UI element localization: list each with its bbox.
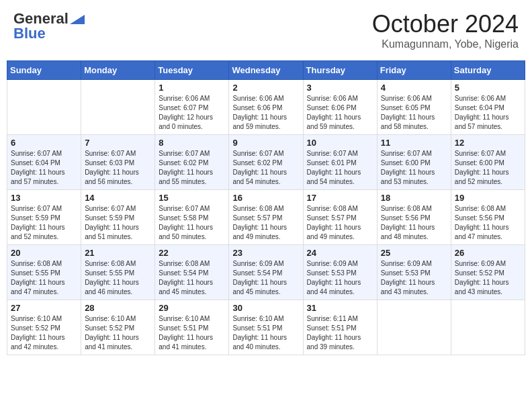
cell-info: Sunrise: 6:06 AM Sunset: 6:06 PM Dayligh… [232,94,299,132]
logo-icon [70,15,85,24]
calendar-cell: 6Sunrise: 6:07 AM Sunset: 6:04 PM Daylig… [7,135,81,190]
day-number: 26 [455,248,521,258]
cell-info: Sunrise: 6:10 AM Sunset: 5:51 PM Dayligh… [159,314,225,352]
calendar-cell: 12Sunrise: 6:07 AM Sunset: 6:00 PM Dayli… [451,135,525,190]
cell-info: Sunrise: 6:06 AM Sunset: 6:06 PM Dayligh… [307,94,373,132]
calendar-week-row: 27Sunrise: 6:10 AM Sunset: 5:52 PM Dayli… [7,300,525,355]
calendar-cell [7,80,81,135]
cell-info: Sunrise: 6:09 AM Sunset: 5:53 PM Dayligh… [381,259,447,297]
day-number: 14 [85,193,151,203]
day-number: 30 [232,303,299,313]
calendar-cell: 25Sunrise: 6:09 AM Sunset: 5:53 PM Dayli… [377,245,451,300]
day-number: 9 [232,138,299,148]
day-number: 21 [85,248,151,258]
calendar-cell: 19Sunrise: 6:08 AM Sunset: 5:56 PM Dayli… [451,190,525,245]
calendar-week-row: 6Sunrise: 6:07 AM Sunset: 6:04 PM Daylig… [7,135,525,190]
cell-info: Sunrise: 6:07 AM Sunset: 6:02 PM Dayligh… [232,149,299,187]
svg-marker-0 [70,15,85,24]
calendar-cell: 16Sunrise: 6:08 AM Sunset: 5:57 PM Dayli… [229,190,303,245]
day-number: 23 [232,248,299,258]
cell-info: Sunrise: 6:07 AM Sunset: 5:58 PM Dayligh… [159,204,225,242]
day-number: 3 [307,83,373,93]
cell-info: Sunrise: 6:10 AM Sunset: 5:52 PM Dayligh… [11,314,77,352]
day-number: 8 [159,138,225,148]
cell-info: Sunrise: 6:07 AM Sunset: 6:02 PM Dayligh… [159,149,225,187]
weekday-header-row: SundayMondayTuesdayWednesdayThursdayFrid… [7,61,525,80]
calendar-cell: 20Sunrise: 6:08 AM Sunset: 5:55 PM Dayli… [7,245,81,300]
day-number: 28 [85,303,151,313]
calendar-week-row: 20Sunrise: 6:08 AM Sunset: 5:55 PM Dayli… [7,245,525,300]
calendar-cell: 11Sunrise: 6:07 AM Sunset: 6:00 PM Dayli… [377,135,451,190]
weekday-header: Friday [377,61,451,80]
cell-info: Sunrise: 6:08 AM Sunset: 5:56 PM Dayligh… [381,204,447,242]
calendar-cell: 24Sunrise: 6:09 AM Sunset: 5:53 PM Dayli… [303,245,377,300]
calendar-cell: 23Sunrise: 6:09 AM Sunset: 5:54 PM Dayli… [229,245,303,300]
day-number: 17 [307,193,373,203]
cell-info: Sunrise: 6:09 AM Sunset: 5:52 PM Dayligh… [455,259,521,297]
cell-info: Sunrise: 6:07 AM Sunset: 5:59 PM Dayligh… [11,204,77,242]
calendar-week-row: 13Sunrise: 6:07 AM Sunset: 5:59 PM Dayli… [7,190,525,245]
calendar-cell: 29Sunrise: 6:10 AM Sunset: 5:51 PM Dayli… [155,300,229,355]
calendar-cell: 21Sunrise: 6:08 AM Sunset: 5:55 PM Dayli… [81,245,155,300]
day-number: 12 [455,138,521,148]
weekday-header: Wednesday [229,61,303,80]
weekday-header: Monday [81,61,155,80]
calendar-cell: 31Sunrise: 6:11 AM Sunset: 5:51 PM Dayli… [303,300,377,355]
day-number: 24 [307,248,373,258]
calendar-cell: 18Sunrise: 6:08 AM Sunset: 5:56 PM Dayli… [377,190,451,245]
cell-info: Sunrise: 6:07 AM Sunset: 6:04 PM Dayligh… [11,149,77,187]
calendar-cell: 28Sunrise: 6:10 AM Sunset: 5:52 PM Dayli… [81,300,155,355]
cell-info: Sunrise: 6:07 AM Sunset: 6:00 PM Dayligh… [455,149,521,187]
month-title: October 2024 [372,10,519,38]
page-header: General Blue October 2024 Kumagunnam, Yo… [7,7,525,54]
cell-info: Sunrise: 6:10 AM Sunset: 5:51 PM Dayligh… [232,314,299,352]
cell-info: Sunrise: 6:06 AM Sunset: 6:07 PM Dayligh… [159,94,225,132]
day-number: 10 [307,138,373,148]
logo: General Blue [13,10,85,42]
calendar-cell: 13Sunrise: 6:07 AM Sunset: 5:59 PM Dayli… [7,190,81,245]
cell-info: Sunrise: 6:09 AM Sunset: 5:53 PM Dayligh… [307,259,373,297]
calendar-week-row: 1Sunrise: 6:06 AM Sunset: 6:07 PM Daylig… [7,80,525,135]
calendar-cell: 9Sunrise: 6:07 AM Sunset: 6:02 PM Daylig… [229,135,303,190]
day-number: 1 [159,83,225,93]
calendar-cell: 3Sunrise: 6:06 AM Sunset: 6:06 PM Daylig… [303,80,377,135]
calendar-cell: 4Sunrise: 6:06 AM Sunset: 6:05 PM Daylig… [377,80,451,135]
calendar-cell: 14Sunrise: 6:07 AM Sunset: 5:59 PM Dayli… [81,190,155,245]
calendar-cell: 22Sunrise: 6:08 AM Sunset: 5:54 PM Dayli… [155,245,229,300]
calendar-cell [377,300,451,355]
weekday-header: Sunday [7,61,81,80]
day-number: 25 [381,248,447,258]
cell-info: Sunrise: 6:08 AM Sunset: 5:54 PM Dayligh… [159,259,225,297]
calendar-cell: 1Sunrise: 6:06 AM Sunset: 6:07 PM Daylig… [155,80,229,135]
calendar-cell: 8Sunrise: 6:07 AM Sunset: 6:02 PM Daylig… [155,135,229,190]
cell-info: Sunrise: 6:07 AM Sunset: 6:01 PM Dayligh… [307,149,373,187]
day-number: 20 [11,248,77,258]
cell-info: Sunrise: 6:09 AM Sunset: 5:54 PM Dayligh… [232,259,299,297]
cell-info: Sunrise: 6:07 AM Sunset: 5:59 PM Dayligh… [85,204,151,242]
cell-info: Sunrise: 6:08 AM Sunset: 5:56 PM Dayligh… [455,204,521,242]
day-number: 7 [85,138,151,148]
cell-info: Sunrise: 6:07 AM Sunset: 6:00 PM Dayligh… [381,149,447,187]
calendar-cell [81,80,155,135]
day-number: 18 [381,193,447,203]
cell-info: Sunrise: 6:11 AM Sunset: 5:51 PM Dayligh… [307,314,373,352]
cell-info: Sunrise: 6:07 AM Sunset: 6:03 PM Dayligh… [85,149,151,187]
logo-blue-text: Blue [13,25,46,42]
calendar-cell: 5Sunrise: 6:06 AM Sunset: 6:04 PM Daylig… [451,80,525,135]
day-number: 31 [307,303,373,313]
cell-info: Sunrise: 6:06 AM Sunset: 6:04 PM Dayligh… [455,94,521,132]
day-number: 15 [159,193,225,203]
calendar-cell [451,300,525,355]
day-number: 22 [159,248,225,258]
title-section: October 2024 Kumagunnam, Yobe, Nigeria [372,10,519,50]
day-number: 2 [232,83,299,93]
weekday-header: Thursday [303,61,377,80]
cell-info: Sunrise: 6:10 AM Sunset: 5:52 PM Dayligh… [85,314,151,352]
calendar-cell: 26Sunrise: 6:09 AM Sunset: 5:52 PM Dayli… [451,245,525,300]
day-number: 13 [11,193,77,203]
day-number: 29 [159,303,225,313]
calendar-cell: 2Sunrise: 6:06 AM Sunset: 6:06 PM Daylig… [229,80,303,135]
calendar-cell: 27Sunrise: 6:10 AM Sunset: 5:52 PM Dayli… [7,300,81,355]
calendar-cell: 7Sunrise: 6:07 AM Sunset: 6:03 PM Daylig… [81,135,155,190]
day-number: 5 [455,83,521,93]
